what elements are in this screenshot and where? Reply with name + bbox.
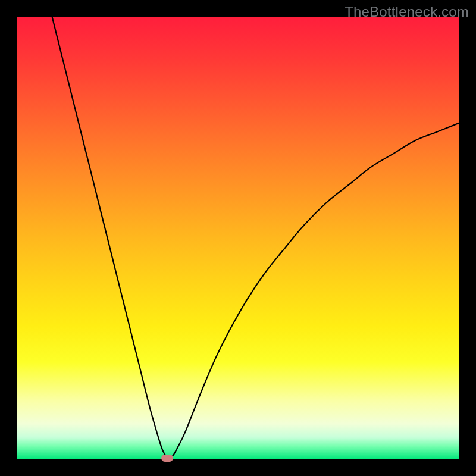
chart-plot-area — [17, 17, 459, 459]
bottleneck-curve-path — [52, 17, 459, 458]
watermark-text: TheBottleneck.com — [345, 4, 469, 20]
optimal-point-marker — [161, 455, 173, 462]
bottleneck-curve-svg — [17, 17, 459, 459]
